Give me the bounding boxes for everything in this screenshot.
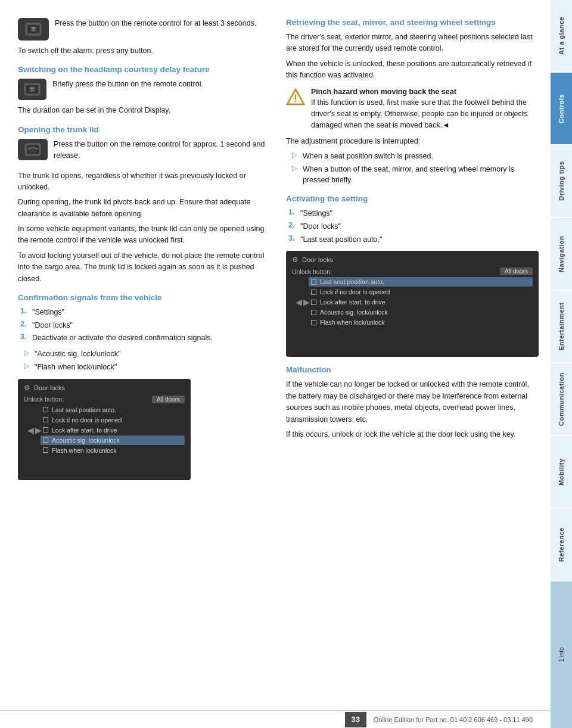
sidebar-tab-driving-tips[interactable]: Driving tips <box>551 145 572 217</box>
headlamp-icon-row: Briefly press the button on the remote c… <box>18 79 274 100</box>
r-checkbox-3 <box>311 300 316 305</box>
r-checkbox-1 <box>311 279 316 285</box>
left-unlock-value: All doors <box>152 396 185 403</box>
checkbox-3 <box>43 427 48 433</box>
headlamp-body: The duration can be set in the Control D… <box>18 105 274 116</box>
malfunction-body-1: If the vehicle can no longer be locked o… <box>286 379 539 425</box>
warning-content: Pinch hazard when moving back the seat I… <box>311 86 539 131</box>
headlamp-icon-text: Briefly press the button on the remote c… <box>52 79 203 90</box>
left-screen-title-bar: ⚙ Door locks <box>24 384 185 392</box>
sidebar: At a glance Controls Driving tips Naviga… <box>551 0 572 728</box>
trunk-remote-icon <box>18 139 48 160</box>
r-checkbox-5 <box>311 320 316 325</box>
right-screen-title: Door locks <box>302 256 333 263</box>
confirmation-heading: Confirmation signals from the vehicle <box>18 293 274 302</box>
confirmation-screen: ⚙ Door locks Unlock button: All doors ◀ … <box>18 379 191 480</box>
confirmation-steps: 1. "Settings" 2. "Door locks" 3. Deactiv… <box>18 307 274 344</box>
malfunction-body-2: If this occurs, unlock or lock the vehic… <box>286 429 539 440</box>
warning-box: ! Pinch hazard when moving back the seat… <box>286 86 539 131</box>
trunk-body-1: The trunk lid opens, regardless of wheth… <box>18 170 274 194</box>
interrupt-1: ▷ When a seat position switch is pressed… <box>286 151 539 162</box>
retrieving-heading: Retrieving the seat, mirror, and steerin… <box>286 18 539 27</box>
act-step-1: 1. "Settings" <box>288 208 539 219</box>
headlamp-remote-icon <box>18 79 46 100</box>
intro-icon-row: Press the button on the remote control f… <box>18 18 274 41</box>
right-row-3: Lock after start. to drive <box>309 297 533 307</box>
trunk-icon-text: Press the button on the remote control f… <box>54 139 274 162</box>
conf-step-1: 1. "Settings" <box>20 307 274 318</box>
warning-triangle-icon: ! <box>286 88 305 107</box>
activating-screen: ⚙ Door locks Unlock button: All doors ◀ … <box>286 251 539 357</box>
sidebar-tab-mobility[interactable]: Mobility <box>551 436 572 508</box>
conf-step-3: 3. Deactivate or activate the desired co… <box>20 332 274 344</box>
malfunction-heading: Malfunction <box>286 365 539 374</box>
right-unlock-row: Unlock button: All doors <box>292 267 533 275</box>
right-unlock-value: All doors <box>500 267 533 275</box>
right-unlock-label: Unlock button: <box>292 268 332 275</box>
r-checkbox-2 <box>311 290 316 295</box>
remote-control-icon <box>18 18 49 41</box>
checkbox-1 <box>43 407 48 412</box>
svg-text:!: ! <box>294 94 297 104</box>
warning-body: If this function is used, first make sur… <box>311 98 527 129</box>
sidebar-tab-reference[interactable]: Reference <box>551 509 572 580</box>
act-step-2: 2. "Door locks" <box>288 221 539 232</box>
checkbox-5 <box>43 447 48 453</box>
bottom-bar: 33 Online Edition for Part no. 01 40 2 6… <box>0 710 551 728</box>
door-lock-icon-right: ⚙ <box>292 256 299 264</box>
left-row-2: Lock if no door is opened <box>41 415 185 425</box>
headlamp-heading: Switching on the headlamp courtesy delay… <box>18 65 274 74</box>
trunk-icon-row: Press the button on the remote control f… <box>18 139 274 166</box>
sidebar-tab-controls[interactable]: Controls <box>551 73 572 144</box>
left-screen-title: Door locks <box>34 384 65 391</box>
left-row-5: Flash when lock/unlock <box>41 446 185 455</box>
page-number: 33 <box>345 712 366 727</box>
trunk-body-4: To avoid locking yourself out of the veh… <box>18 250 274 285</box>
left-row-4: Acoustic sig. lock/unlock <box>41 435 185 445</box>
interrupt-2: ▷ When a button of the seat, mirror, and… <box>286 164 539 186</box>
interruption-title: The adjustment procedure is interrupted: <box>286 136 539 147</box>
activating-heading: Activating the setting <box>286 194 539 203</box>
right-row-4: Acoustic sig. lock/unlock <box>309 307 533 317</box>
trunk-body-3: In some vehicle equipment variants, the … <box>18 223 274 247</box>
left-unlock-row: Unlock button: All doors <box>24 396 185 403</box>
sidebar-tab-navigation[interactable]: Navigation <box>551 218 572 290</box>
intro-text: Press the button on the remote control f… <box>55 18 256 29</box>
warning-title: Pinch hazard when moving back the seat <box>311 88 456 96</box>
left-row-1: Last seat position auto. <box>41 405 185 415</box>
conf-arrow-2: ▷ "Flash when lock/unlock" <box>18 362 274 373</box>
right-row-2: Lock if no door is opened <box>309 287 533 297</box>
alarm-text: To switch off the alarm: press any butto… <box>18 45 274 57</box>
bottom-right: 33 Online Edition for Part no. 01 40 2 6… <box>345 712 533 727</box>
r-checkbox-4 <box>311 310 316 315</box>
checkbox-4 <box>43 437 48 443</box>
right-nav-arrows: ◀ ▶ <box>296 297 310 307</box>
conf-arrow-1: ▷ "Acoustic sig. lock/unlock" <box>18 349 274 360</box>
door-lock-icon-left: ⚙ <box>24 384 30 392</box>
checkbox-2 <box>43 417 48 422</box>
left-unlock-label: Unlock button: <box>24 396 64 403</box>
left-row-3: Lock after start. to drive <box>41 425 185 435</box>
sidebar-tab-entertainment[interactable]: Entertainment <box>551 291 572 362</box>
activating-steps: 1. "Settings" 2. "Door locks" 3. "Last s… <box>286 208 539 245</box>
left-nav-arrows: ◀ ▶ <box>27 425 42 435</box>
footer-text: Online Edition for Part no. 01 40 2 606 … <box>374 716 533 723</box>
act-step-3: 3. "Last seat position auto." <box>288 234 539 245</box>
trunk-body-2: During opening, the trunk lid pivots bac… <box>18 197 274 220</box>
retrieving-body-1: The driver's seat, exterior mirror, and … <box>286 32 539 55</box>
right-screen-title-bar: ⚙ Door locks <box>292 256 533 264</box>
sidebar-tab-communication[interactable]: Communication <box>551 363 572 435</box>
sidebar-tab-at-a-glance[interactable]: At a glance <box>551 0 572 71</box>
retrieving-body-2: When the vehicle is unlocked, these posi… <box>286 58 539 82</box>
right-row-5: Flash when lock/unlock <box>309 318 533 327</box>
conf-step-2: 2. "Door locks" <box>20 320 274 331</box>
trunk-heading: Opening the trunk lid <box>18 125 274 134</box>
right-row-1: Last seat position auto. <box>309 277 533 287</box>
sidebar-tab-info[interactable]: 1 info <box>551 581 572 728</box>
